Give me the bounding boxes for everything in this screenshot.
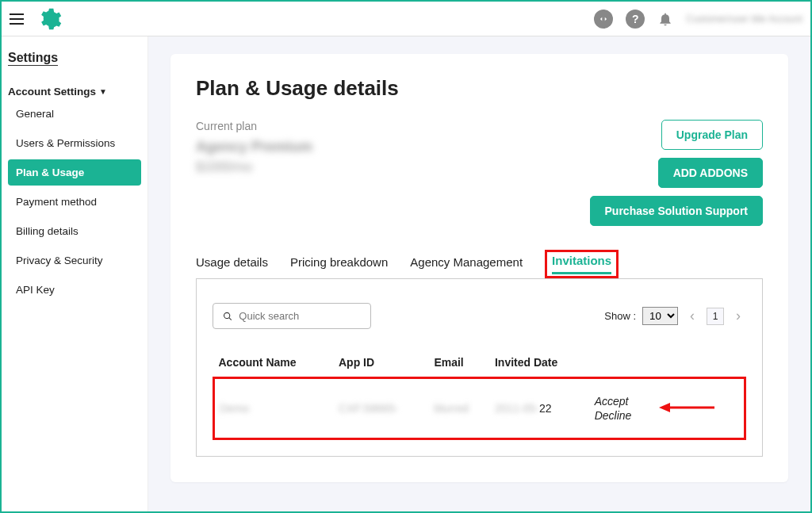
code-icon[interactable] bbox=[594, 10, 613, 29]
sidebar: Settings Account Settings ▼ General User… bbox=[2, 36, 148, 511]
sidebar-group: Account Settings ▼ General Users & Permi… bbox=[8, 86, 141, 303]
panel-toprow: Show : 10 ‹ 1 › bbox=[213, 303, 746, 329]
cell-pointer bbox=[654, 378, 745, 439]
table-header-row: Account Name App ID Email Invited Date bbox=[214, 348, 745, 378]
sidebar-item-billing-details[interactable]: Billing details bbox=[8, 218, 141, 244]
show-label: Show : bbox=[604, 310, 636, 322]
sidebar-item-label: General bbox=[16, 108, 54, 120]
sidebar-item-label: Plan & Usage bbox=[16, 167, 84, 178]
sidebar-item-api-key[interactable]: API Key bbox=[8, 277, 141, 303]
plan-usage-card: Plan & Usage details Current plan Agency… bbox=[170, 54, 788, 482]
plan-row: Current plan Agency Premium $1000/mo Upg… bbox=[196, 120, 763, 226]
sidebar-item-general[interactable]: General bbox=[8, 101, 141, 127]
cell-invited-date-visible: 22 bbox=[539, 402, 552, 415]
cell-account-name: Demo bbox=[220, 402, 249, 415]
plan-name: Agency Premium bbox=[196, 139, 312, 155]
sidebar-item-label: Payment method bbox=[16, 196, 97, 208]
help-icon[interactable]: ? bbox=[626, 10, 645, 29]
current-plan-label: Current plan bbox=[196, 120, 312, 132]
tabs: Usage details Pricing breakdown Agency M… bbox=[196, 250, 763, 278]
search-icon bbox=[223, 311, 232, 322]
cell-invited-date-blur: 2011-05- bbox=[495, 402, 539, 415]
purchase-solution-support-button[interactable]: Purchase Solution Support bbox=[590, 196, 763, 226]
invitations-panel: Show : 10 ‹ 1 › Account Name App ID bbox=[196, 278, 763, 457]
sidebar-group-header[interactable]: Account Settings ▼ bbox=[8, 86, 141, 98]
col-actions bbox=[590, 348, 654, 378]
svg-marker-1 bbox=[659, 403, 670, 412]
tab-invitations[interactable]: Invitations bbox=[552, 254, 611, 274]
decline-link[interactable]: Decline bbox=[595, 409, 649, 422]
pager: Show : 10 ‹ 1 › bbox=[604, 307, 746, 325]
sidebar-group-label: Account Settings bbox=[8, 86, 96, 98]
table-row: Demo CXF:58665- blurred 2011-05-22 Accep… bbox=[214, 378, 745, 439]
main-area: Plan & Usage details Current plan Agency… bbox=[148, 36, 810, 511]
next-page-button[interactable]: › bbox=[730, 308, 746, 324]
col-app-id: App ID bbox=[334, 348, 429, 378]
col-invited-date: Invited Date bbox=[490, 348, 590, 378]
prev-page-button[interactable]: ‹ bbox=[684, 308, 700, 324]
cell-actions: Accept Decline bbox=[590, 378, 654, 439]
sidebar-item-users-permissions[interactable]: Users & Permissions bbox=[8, 130, 141, 156]
plan-left: Current plan Agency Premium $1000/mo bbox=[196, 120, 312, 226]
upgrade-plan-button[interactable]: Upgrade Plan bbox=[661, 120, 763, 150]
user-label: Customer/user title Account bbox=[686, 13, 802, 25]
topbar-right: ? Customer/user title Account bbox=[594, 10, 802, 29]
page-number[interactable]: 1 bbox=[707, 308, 724, 325]
sidebar-item-plan-usage[interactable]: Plan & Usage bbox=[8, 159, 141, 186]
sidebar-title: Settings bbox=[8, 51, 58, 66]
tab-usage-details[interactable]: Usage details bbox=[196, 255, 268, 274]
page-size-select[interactable]: 10 bbox=[642, 307, 678, 325]
col-account-name: Account Name bbox=[214, 348, 334, 378]
accept-link[interactable]: Accept bbox=[595, 395, 649, 408]
page-body: Settings Account Settings ▼ General User… bbox=[2, 36, 810, 511]
topbar-left bbox=[10, 6, 62, 32]
search-input[interactable] bbox=[239, 310, 361, 322]
topbar: ? Customer/user title Account bbox=[2, 2, 810, 36]
col-arrow bbox=[654, 348, 745, 378]
bell-icon[interactable] bbox=[657, 11, 673, 27]
cell-email: blurred bbox=[434, 402, 469, 415]
sidebar-item-label: Privacy & Security bbox=[16, 255, 103, 266]
tab-agency-management[interactable]: Agency Management bbox=[410, 255, 523, 274]
tab-invitations-highlight: Invitations bbox=[545, 250, 619, 278]
sidebar-item-privacy-security[interactable]: Privacy & Security bbox=[8, 247, 141, 274]
sidebar-item-label: API Key bbox=[16, 284, 55, 296]
cell-app-id: CXF:58665- bbox=[339, 402, 398, 415]
plan-actions: Upgrade Plan ADD ADDONS Purchase Solutio… bbox=[590, 120, 763, 226]
tab-pricing-breakdown[interactable]: Pricing breakdown bbox=[290, 255, 388, 274]
sidebar-item-payment-method[interactable]: Payment method bbox=[8, 189, 141, 215]
sidebar-item-label: Billing details bbox=[16, 225, 79, 237]
table-row-highlight: Demo CXF:58665- blurred 2011-05-22 Accep… bbox=[214, 378, 745, 439]
plan-extra: $1000/mo bbox=[196, 160, 312, 174]
sidebar-item-label: Users & Permissions bbox=[16, 137, 115, 149]
logo-gear-icon bbox=[36, 6, 62, 32]
add-addons-button[interactable]: ADD ADDONS bbox=[658, 158, 763, 188]
page-title: Plan & Usage details bbox=[196, 76, 763, 101]
menu-icon[interactable] bbox=[10, 10, 29, 29]
chevron-down-icon: ▼ bbox=[99, 87, 107, 96]
search-box[interactable] bbox=[213, 303, 371, 329]
invitations-table: Account Name App ID Email Invited Date D… bbox=[213, 348, 746, 440]
red-arrow-icon bbox=[659, 400, 714, 415]
col-email: Email bbox=[429, 348, 490, 378]
